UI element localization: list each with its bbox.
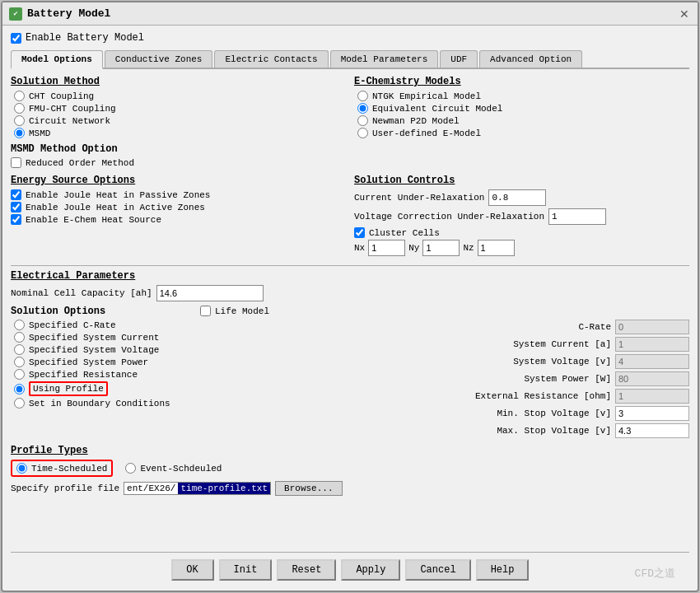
profile-types-row: Time-Scheduled Event-Schdeuled	[11, 460, 689, 477]
max-stop-voltage-input[interactable]	[615, 423, 689, 438]
tab-udf[interactable]: UDF	[440, 50, 478, 68]
system-current-row: System Current [a]	[200, 337, 689, 352]
cluster-cells-checkbox[interactable]	[354, 227, 365, 238]
echem-radios: NTGK Empirical Model Equivalent Circuit …	[357, 91, 689, 138]
nominal-label: Nominal Cell Capacity [ah]	[11, 288, 152, 298]
radio-newman-input[interactable]	[357, 115, 368, 126]
msmd-title: MSMD Method Option	[11, 143, 689, 155]
radio-event-scheduled: Event-Schdeuled	[125, 463, 222, 474]
solution-opts-title: Solution Options	[11, 306, 192, 317]
radio-boundary-cond-input[interactable]	[14, 398, 25, 409]
joule-active-checkbox[interactable]	[11, 202, 21, 212]
cancel-button[interactable]: Cancel	[405, 559, 470, 581]
profile-title: Profile Types	[11, 445, 689, 456]
apply-button[interactable]: Apply	[341, 559, 400, 581]
min-stop-voltage-row: Min. Stop Voltage [v]	[200, 406, 689, 421]
tab-model-options[interactable]: Model Options	[11, 50, 103, 69]
nz-label: Nz	[463, 243, 474, 253]
radio-user-defined-input[interactable]	[357, 128, 368, 138]
radio-using-profile: Using Profile	[14, 381, 192, 396]
radio-sys-power: Specified System Power	[14, 357, 192, 367]
tab-model-parameters[interactable]: Model Parameters	[330, 50, 439, 68]
voltage-correction-input[interactable]	[548, 208, 606, 225]
radio-circuit-input[interactable]	[14, 115, 25, 126]
radio-sys-power-label: Specified System Power	[29, 357, 148, 367]
solution-opts-section: Solution Options Specified C-Rate Specif…	[11, 306, 192, 441]
radio-resistance-input[interactable]	[14, 369, 25, 380]
radio-equivalent-label: Equivalent Circuit Model	[372, 104, 502, 114]
system-voltage-label: System Voltage [v]	[463, 357, 611, 367]
radio-time-scheduled: Time-Scheduled	[11, 460, 113, 477]
bottom-buttons: OK Init Reset Apply Cancel Help CFD之道	[11, 552, 689, 584]
bottom-area: Solution Options Specified C-Rate Specif…	[11, 306, 689, 441]
system-power-input[interactable]	[615, 371, 689, 386]
voltage-correction-row: Voltage Correction Under-Relaxation	[354, 208, 689, 225]
radio-sys-current-input[interactable]	[14, 332, 25, 343]
min-stop-voltage-input[interactable]	[615, 406, 689, 421]
radio-using-profile-input[interactable]	[14, 384, 25, 395]
solution-method-radios: CHT Coupling FMU-CHT Coupling Circuit Ne…	[14, 91, 346, 138]
tab-conductive-zones[interactable]: Conductive Zones	[105, 50, 213, 68]
window-body: Enable Battery Model Model Options Condu…	[2, 26, 698, 591]
radio-equivalent-input[interactable]	[357, 103, 368, 114]
browse-button[interactable]: Browse...	[275, 481, 342, 496]
ny-label: Ny	[408, 243, 419, 253]
reset-button[interactable]: Reset	[277, 559, 336, 581]
radio-fmu-input[interactable]	[14, 103, 25, 114]
radio-cht: CHT Coupling	[14, 91, 346, 101]
joule-passive-row: Enable Joule Heat in Passive Zones	[11, 189, 346, 200]
close-button[interactable]: ✕	[678, 7, 691, 21]
external-resistance-label: External Resistance [ohm]	[463, 391, 611, 401]
msmd-section: MSMD Method Option Reduced Order Method	[11, 143, 689, 170]
mid-two-col: Energy Source Options Enable Joule Heat …	[11, 175, 689, 256]
system-current-input[interactable]	[615, 337, 689, 352]
radio-c-rate-input[interactable]	[14, 320, 25, 330]
radio-equivalent: Equivalent Circuit Model	[357, 103, 689, 114]
cluster-cells-label: Cluster Cells	[369, 228, 440, 238]
radio-ntgk-input[interactable]	[357, 91, 368, 101]
divider1	[11, 265, 689, 266]
radio-c-rate-label: Specified C-Rate	[29, 320, 116, 330]
radio-time-scheduled-input[interactable]	[16, 463, 27, 474]
enable-battery-checkbox[interactable]	[11, 33, 21, 44]
radio-newman-label: Newman P2D Model	[372, 116, 460, 126]
nx-input[interactable]	[368, 240, 405, 256]
nx-row: Nx Ny Nz	[354, 240, 689, 256]
watermark: CFD之道	[635, 566, 675, 581]
current-relaxation-label: Current Under-Relaxation	[354, 193, 484, 203]
life-model-checkbox[interactable]	[200, 306, 211, 316]
radio-event-scheduled-input[interactable]	[125, 463, 136, 474]
nz-input[interactable]	[478, 240, 515, 256]
ok-button[interactable]: OK	[171, 559, 214, 581]
tab-electric-contacts[interactable]: Electric Contacts	[214, 50, 328, 68]
init-button[interactable]: Init	[219, 559, 273, 581]
radio-sys-current: Specified System Current	[14, 332, 192, 343]
tab-advanced-option[interactable]: Advanced Option	[479, 50, 582, 68]
echem-heat-checkbox[interactable]	[11, 214, 21, 225]
joule-passive-checkbox[interactable]	[11, 189, 21, 200]
life-model-row: Life Model	[200, 306, 689, 316]
current-relaxation-input[interactable]	[488, 189, 546, 206]
echem-heat-row: Enable E-Chem Heat Source	[11, 214, 346, 225]
c-rate-param-input[interactable]	[615, 320, 689, 334]
radio-msmd-input[interactable]	[14, 128, 25, 138]
radio-sys-power-input[interactable]	[14, 357, 25, 367]
radio-sys-voltage-input[interactable]	[14, 344, 25, 355]
radio-boundary-cond-label: Set in Boundary Conditions	[29, 399, 170, 409]
radio-using-profile-label: Using Profile	[29, 381, 108, 396]
nx-label: Nx	[354, 243, 365, 253]
radio-fmu: FMU-CHT Coupling	[14, 103, 346, 114]
radio-sys-voltage-label: Specified System Voltage	[29, 345, 159, 355]
help-button[interactable]: Help	[476, 559, 530, 581]
system-voltage-input[interactable]	[615, 354, 689, 369]
nominal-input[interactable]	[156, 285, 264, 301]
radio-user-defined: User-defined E-Model	[357, 128, 689, 138]
external-resistance-input[interactable]	[615, 389, 689, 404]
solution-method-title: Solution Method	[11, 76, 346, 87]
max-stop-voltage-label: Max. Stop Voltage [v]	[463, 426, 611, 436]
system-power-label: System Power [W]	[463, 374, 611, 384]
voltage-correction-label: Voltage Correction Under-Relaxation	[354, 212, 544, 222]
reduced-order-checkbox[interactable]	[11, 157, 21, 168]
radio-cht-input[interactable]	[14, 91, 25, 101]
ny-input[interactable]	[422, 240, 460, 256]
